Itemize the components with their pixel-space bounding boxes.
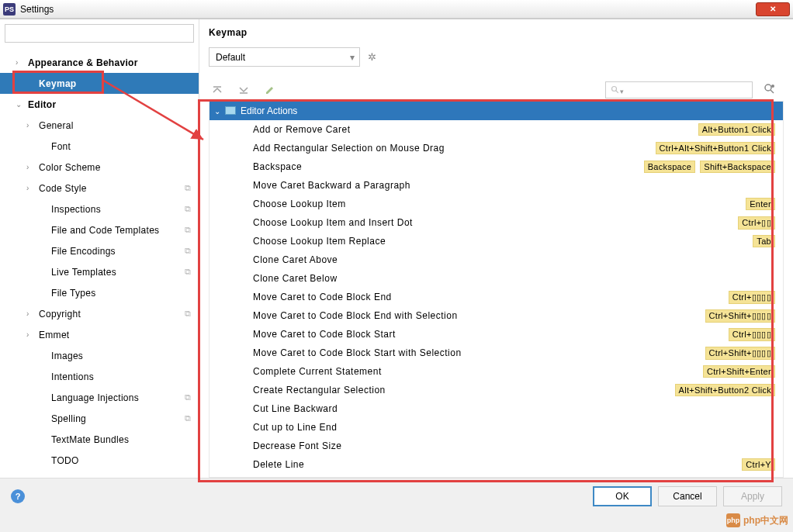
close-button[interactable]: ✕: [756, 2, 790, 16]
titlebar: PS Settings ✕: [0, 0, 793, 19]
tree-item-file-types[interactable]: File Types: [0, 282, 199, 303]
shortcut-badge: Ctrl+Y: [742, 458, 775, 471]
tree-item-todo[interactable]: TODO: [0, 450, 199, 471]
svg-line-5: [616, 91, 618, 93]
tree-item-editor[interactable]: ⌄Editor: [0, 94, 199, 115]
scheme-value: Default: [216, 52, 245, 63]
tree-item-label: Color Scheme: [39, 162, 199, 173]
action-name: Move Caret to Code Block Start with Sele…: [253, 347, 705, 358]
expand-all-icon[interactable]: [212, 85, 223, 95]
action-row[interactable]: BackspaceBackspaceShift+Backspace: [210, 157, 783, 176]
sidebar-search-input[interactable]: [5, 24, 194, 43]
action-name: Choose Lookup Item and Insert Dot: [253, 217, 738, 228]
tree-item-file-encodings[interactable]: File Encodings⧉: [0, 240, 199, 261]
action-row[interactable]: Choose Lookup Item ReplaceTab: [210, 232, 783, 250]
action-name: Move Caret to Code Block End: [253, 292, 729, 302]
tree-item-intentions[interactable]: Intentions: [0, 366, 199, 387]
collapse-all-icon[interactable]: [238, 85, 249, 95]
scope-icon: ⧉: [185, 246, 191, 256]
shortcut-badge: Backspace: [644, 161, 696, 173]
tree-item-textmate-bundles[interactable]: TextMate Bundles: [0, 429, 199, 450]
action-row[interactable]: Move Caret Backward a Paragraph: [210, 176, 783, 195]
tree-item-label: Emmet: [39, 330, 199, 340]
tree-item-file-and-code-templates[interactable]: File and Code Templates⧉: [0, 219, 199, 240]
keymap-toolbar: ▾: [209, 79, 784, 101]
edit-icon[interactable]: [265, 85, 275, 95]
action-row[interactable]: Decrease Font Size: [210, 437, 783, 455]
shortcut-badge: Ctrl+Alt+Shift+Button1 Click: [656, 142, 775, 154]
shortcut-badge: Enter: [746, 198, 775, 210]
tree-item-code-style[interactable]: ›Code Style⧉: [0, 178, 199, 199]
action-row[interactable]: Add or Remove CaretAlt+Button1 Click: [210, 120, 783, 139]
tree-item-inspections[interactable]: Inspections⧉: [0, 199, 199, 219]
tree-item-label: Editor: [28, 99, 199, 110]
action-name: Add or Remove Caret: [253, 124, 698, 135]
action-row[interactable]: Clone Caret Above: [210, 250, 783, 269]
chevron-icon: ›: [26, 309, 34, 318]
action-name: Cut up to Line End: [253, 422, 775, 433]
tree-item-copyright[interactable]: ›Copyright⧉: [0, 303, 199, 324]
dropdown-chevron-icon[interactable]: ▾: [620, 88, 624, 95]
action-name: Clone Caret Above: [253, 254, 775, 265]
watermark-text: php中文网: [743, 514, 788, 527]
shortcut-badge: Ctrl+Shift+▯▯▯▯: [705, 347, 775, 360]
action-row[interactable]: Delete LineCtrl+Y: [210, 455, 783, 474]
svg-point-8: [771, 85, 774, 88]
tree-item-label: TextMate Bundles: [51, 434, 199, 445]
folder-icon: [225, 106, 236, 115]
shortcut-group: BackspaceShift+Backspace: [644, 161, 775, 173]
action-row[interactable]: Cut Line Backward: [210, 399, 783, 418]
shortcut-badge: Shift+Backspace: [700, 161, 775, 173]
action-row[interactable]: Choose Lookup Item and Insert DotCtrl+▯▯: [210, 213, 783, 232]
tree-item-appearance-behavior[interactable]: ›Appearance & Behavior: [0, 52, 199, 73]
tree-item-color-scheme[interactable]: ›Color Scheme: [0, 157, 199, 178]
action-row[interactable]: Cut up to Line End: [210, 418, 783, 437]
scope-icon: ⧉: [185, 392, 191, 402]
gear-icon[interactable]: ✲: [368, 51, 376, 63]
tree-item-spelling[interactable]: Spelling⧉: [0, 408, 199, 429]
action-row[interactable]: Move Caret to Code Block StartCtrl+▯▯▯▯: [210, 325, 783, 344]
action-group-header[interactable]: ⌄Editor Actions: [210, 102, 783, 120]
tree-item-language-injections[interactable]: Language Injections⧉: [0, 387, 199, 408]
action-row[interactable]: Move Caret to Code Block Start with Sele…: [210, 344, 783, 362]
action-name: Delete Line: [253, 459, 742, 470]
watermark: php php中文网: [726, 513, 788, 527]
tree-item-emmet[interactable]: ›Emmet: [0, 324, 199, 345]
tree-item-label: Live Templates: [51, 267, 199, 278]
chevron-icon: ›: [16, 58, 23, 67]
shortcut-badge: Ctrl+▯▯: [738, 216, 775, 230]
tree-item-label: Keymap: [39, 78, 199, 89]
settings-tree[interactable]: ›Appearance & BehaviorKeymap⌄Editor›Gene…: [0, 47, 199, 478]
action-row[interactable]: Add Rectangular Selection on Mouse DragC…: [210, 139, 783, 157]
tree-item-keymap[interactable]: Keymap: [0, 73, 199, 94]
ok-button[interactable]: OK: [593, 486, 652, 506]
settings-sidebar: ›Appearance & BehaviorKeymap⌄Editor›Gene…: [0, 19, 199, 478]
scope-icon: ⧉: [185, 413, 191, 423]
tree-item-general[interactable]: ›General: [0, 115, 199, 136]
apply-button[interactable]: Apply: [723, 486, 782, 506]
action-row[interactable]: Clone Caret Below: [210, 269, 783, 288]
find-shortcut-icon[interactable]: [764, 83, 776, 98]
action-search-input[interactable]: ▾: [605, 81, 753, 98]
action-row[interactable]: Move Caret to Code Block End with Select…: [210, 306, 783, 325]
actions-tree[interactable]: ⌄Editor ActionsAdd or Remove CaretAlt+Bu…: [209, 101, 784, 478]
help-button[interactable]: ?: [11, 489, 25, 503]
settings-content: Keymap Default ✲ ▾ ⌄Editor Action: [199, 19, 793, 478]
tree-item-label: Spelling: [51, 413, 199, 424]
svg-line-7: [770, 90, 774, 93]
shortcut-group: Ctrl+Shift+Enter: [703, 365, 775, 378]
action-row[interactable]: Move Caret to Code Block EndCtrl+▯▯▯▯: [210, 288, 783, 306]
action-row[interactable]: Choose Lookup ItemEnter: [210, 195, 783, 213]
tree-item-live-templates[interactable]: Live Templates⧉: [0, 261, 199, 282]
cancel-button[interactable]: Cancel: [658, 486, 717, 506]
action-name: Decrease Font Size: [253, 440, 775, 451]
action-row[interactable]: Complete Current StatementCtrl+Shift+Ent…: [210, 362, 783, 381]
keymap-scheme-select[interactable]: Default: [209, 47, 360, 67]
tree-item-label: General: [39, 120, 199, 131]
tree-item-images[interactable]: Images: [0, 345, 199, 366]
tree-item-label: File Types: [51, 288, 199, 299]
tree-item-label: Font: [51, 141, 199, 152]
action-row[interactable]: Create Rectangular SelectionAlt+Shift+Bu…: [210, 381, 783, 399]
scope-icon: ⧉: [185, 267, 191, 277]
tree-item-font[interactable]: Font: [0, 136, 199, 157]
